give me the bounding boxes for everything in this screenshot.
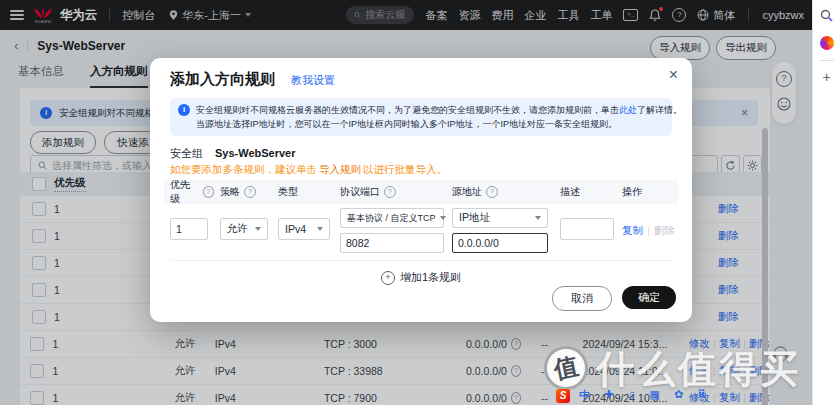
delete-rule-link-disabled: 删除: [654, 224, 675, 238]
plus-circle-icon: +: [381, 271, 395, 285]
confirm-button[interactable]: 确定: [622, 286, 676, 309]
priority-input[interactable]: [170, 218, 208, 240]
rail-divider: [820, 60, 834, 61]
add-one-rule-button[interactable]: + 增加1条规则: [170, 260, 672, 285]
security-group-label: 安全组: [170, 147, 203, 159]
chevron-down-icon: [440, 216, 446, 220]
huawei-cloud-console-screen: HUAWEI 华为云 控制台 华东-上海一 搜索云服... 备案资源费用企业工具…: [0, 0, 840, 405]
security-group-name: Sys-WebServer: [215, 147, 296, 159]
strategy-select[interactable]: 允许: [220, 218, 268, 240]
rail-app-logo-icon[interactable]: [820, 36, 834, 50]
form-header-protocol: 协议端口: [340, 185, 380, 199]
divider: [648, 227, 649, 236]
teach-me-link[interactable]: 教我设置: [291, 73, 335, 88]
protocol-select[interactable]: 基本协议 / 自定义TCP: [340, 208, 444, 228]
copy-rule-link[interactable]: 复制: [622, 224, 643, 238]
port-input[interactable]: [340, 233, 444, 253]
source-ip-input[interactable]: [452, 233, 548, 253]
add-inbound-rule-modal: 添加入方向规则 教我设置 × i 安全组规则对不同规格云服务器的生效情况不同，为…: [150, 58, 692, 322]
security-group-row: 安全组Sys-WebServer: [170, 146, 296, 161]
rule-form-row: 允许 IPv4 基本协议 / 自定义TCP IP地址: [164, 208, 678, 253]
chevron-down-icon: [535, 216, 541, 220]
chevron-down-icon: [255, 227, 261, 231]
form-header: 优先级? 策略? 类型 协议端口? 源地址? 描述 操作: [164, 180, 678, 204]
source-type-select[interactable]: IP地址: [452, 208, 548, 228]
form-header-type: 类型: [278, 185, 298, 199]
modal-close-icon[interactable]: ×: [669, 66, 678, 84]
browser-side-rail: +: [812, 0, 840, 405]
description-input[interactable]: [560, 218, 614, 240]
help-icon[interactable]: ?: [486, 186, 498, 198]
type-select[interactable]: IPv4: [278, 218, 330, 240]
modal-info-banner: i 安全组规则对不同规格云服务器的生效情况不同，为了避免您的安全组规则不生效，请…: [170, 98, 672, 136]
form-header-strategy: 策略: [220, 185, 240, 199]
here-link[interactable]: 此处: [619, 105, 637, 115]
form-header-source: 源地址: [452, 185, 482, 199]
cancel-button[interactable]: 取消: [552, 286, 612, 311]
help-icon[interactable]: ?: [203, 186, 215, 198]
form-header-desc: 描述: [560, 185, 580, 199]
rail-add-icon[interactable]: +: [822, 71, 830, 83]
form-header-priority: 优先级: [170, 178, 199, 206]
chevron-down-icon: [317, 227, 323, 231]
batch-import-note: 如您要添加多条规则，建议单击导入规则以进行批量导入。: [170, 163, 447, 177]
help-icon[interactable]: ?: [384, 186, 396, 198]
help-icon[interactable]: ?: [244, 186, 256, 198]
banner-line2: 当源地址选择IP地址时，您可以在一个IP地址框内同时输入多个IP地址，一个IP地…: [196, 117, 682, 131]
form-header-action: 操作: [622, 185, 642, 199]
modal-title: 添加入方向规则: [170, 70, 275, 89]
banner-line1: 安全组规则对不同规格云服务器的生效情况不同，为了避免您的安全组规则不生效，请您添…: [196, 103, 682, 117]
info-icon: i: [178, 104, 190, 116]
rail-search-icon[interactable]: [820, 8, 833, 26]
import-rules-link[interactable]: 导入规则: [319, 163, 361, 175]
